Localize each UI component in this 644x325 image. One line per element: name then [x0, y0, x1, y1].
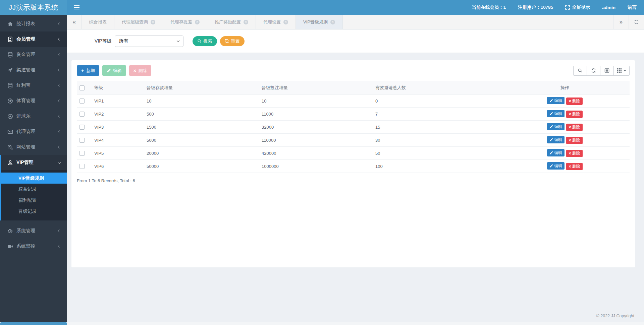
delete-button-disabled[interactable]: × 删除: [129, 65, 151, 76]
vip-level-select[interactable]: 所有: [115, 36, 183, 47]
refresh-tab-button[interactable]: [629, 15, 644, 29]
sidebar-item-bonus-treasure[interactable]: 红利宝: [0, 78, 67, 93]
row-edit-button[interactable]: 编辑: [547, 162, 565, 170]
edit-button-disabled[interactable]: 编辑: [102, 65, 126, 76]
row-checkbox[interactable]: [79, 112, 85, 117]
tab-comprehensive-report[interactable]: 综合报表: [82, 15, 114, 29]
add-button[interactable]: + 新增: [77, 65, 99, 76]
cell-deposit: 20000: [144, 147, 259, 160]
sidebar-subitem-vip-promotion-rules[interactable]: VIP晋级规则: [1, 173, 67, 184]
tab-label: 代理层级查询: [122, 19, 148, 25]
refresh-table-button[interactable]: [587, 66, 600, 76]
sidebar-subitem-promotion-records[interactable]: 晋级记录: [1, 206, 67, 217]
sidebar-item-vip-mgmt[interactable]: VIP管理: [1, 155, 67, 170]
cogs-icon: [7, 144, 13, 150]
row-checkbox[interactable]: [79, 138, 85, 143]
sidebar-item-goal-fun[interactable]: 进球乐: [0, 109, 67, 124]
tab-agent-settings[interactable]: 代理设置 ×: [256, 15, 296, 29]
sidebar-item-sports-mgmt[interactable]: 体育管理: [0, 93, 67, 109]
row-delete-button[interactable]: ×删除: [566, 97, 582, 105]
sidebar-item-stats-report[interactable]: 统计报表: [0, 16, 67, 31]
refresh-icon: [591, 68, 596, 73]
tabbar-controls: »: [613, 15, 644, 29]
sidebar-item-system-mgmt[interactable]: 系统管理: [0, 223, 67, 239]
sidebar-subitem-welfare-config[interactable]: 福利配置: [1, 195, 67, 206]
detail-view-button[interactable]: [600, 66, 614, 76]
edit-icon: [549, 164, 553, 168]
user-menu[interactable]: admin: [602, 5, 615, 10]
row-edit-button[interactable]: 编辑: [547, 123, 565, 130]
close-icon[interactable]: ×: [151, 20, 155, 24]
table-row: VIP1 10 10 0 编辑×删除: [77, 94, 630, 108]
search-button[interactable]: 搜索: [193, 36, 217, 46]
edit-button-label: 编辑: [113, 68, 122, 74]
cell-invites: 0: [373, 94, 500, 108]
close-icon[interactable]: ×: [330, 20, 335, 24]
sidebar-subitem-rights-records[interactable]: 权益记录: [1, 184, 67, 195]
vip-level-label: VIP等级: [95, 38, 112, 44]
row-checkbox[interactable]: [79, 164, 85, 169]
cell-level: VIP4: [92, 134, 144, 147]
close-icon[interactable]: ×: [244, 20, 248, 24]
row-delete-button[interactable]: ×删除: [566, 150, 582, 157]
sidebar-item-label: 网站管理: [16, 144, 35, 150]
cell-level: VIP6: [92, 160, 144, 173]
database-icon: [7, 52, 13, 58]
chevron-left-icon: [58, 53, 61, 56]
tab-vip-promotion-rules[interactable]: VIP晋级规则 ×: [296, 15, 343, 29]
chevron-down-icon: [58, 161, 61, 164]
row-delete-button[interactable]: ×删除: [566, 111, 582, 118]
select-all-checkbox[interactable]: [79, 85, 85, 90]
reset-button-label: 重置: [231, 38, 240, 44]
cell-level: VIP3: [92, 121, 144, 134]
close-icon[interactable]: ×: [283, 20, 288, 24]
table-row: VIP2 500 11000 7 编辑×删除: [77, 108, 630, 121]
sidebar-item-label: 资金管理: [16, 52, 35, 58]
vip-rules-table: 等级 晋级存款增量 晋级投注增量 有效邀请总人数 操作 VIP1 10 10 0: [77, 81, 630, 173]
delete-button-label: 删除: [138, 68, 147, 74]
row-checkbox[interactable]: [79, 99, 85, 104]
tab-agent-level-query[interactable]: 代理层级查询 ×: [114, 15, 163, 29]
topbar-right: 当前在线会员：1 注册用户：10785 全屏显示 admin 语言: [472, 0, 644, 15]
reset-button[interactable]: 重置: [220, 36, 245, 46]
fullscreen-icon: [565, 5, 570, 10]
sidebar-item-agent-mgmt[interactable]: 代理管理: [0, 124, 67, 139]
tab-promo-reward-config[interactable]: 推广奖励配置 ×: [207, 15, 256, 29]
sidebar-item-label: 系统管理: [16, 228, 35, 234]
row-checkbox[interactable]: [79, 125, 85, 130]
database-icon: [7, 83, 13, 88]
tabs-scroll-right-button[interactable]: »: [613, 15, 629, 29]
fullscreen-toggle[interactable]: 全屏显示: [565, 4, 590, 10]
fullscreen-label: 全屏显示: [572, 4, 590, 10]
sidebar-item-system-monitor[interactable]: 系统监控: [0, 239, 67, 254]
tabs-scroll-left-button[interactable]: «: [67, 15, 82, 29]
row-delete-button[interactable]: ×删除: [566, 163, 582, 170]
x-icon: ×: [133, 68, 136, 73]
sidebar-item-funds-mgmt[interactable]: 资金管理: [0, 47, 67, 62]
row-edit-button[interactable]: 编辑: [547, 149, 565, 156]
language-menu[interactable]: 语言: [628, 4, 637, 10]
row-edit-button[interactable]: 编辑: [547, 97, 565, 104]
close-icon[interactable]: ×: [195, 20, 200, 24]
row-delete-button[interactable]: ×删除: [566, 124, 582, 131]
row-delete-button[interactable]: ×删除: [566, 137, 582, 144]
hamburger-menu-icon[interactable]: [67, 0, 86, 15]
filter-panel: VIP等级 所有 搜索 重置: [67, 29, 644, 53]
x-icon: ×: [569, 151, 571, 155]
horizontal-scrollbar[interactable]: [0, 322, 644, 325]
row-edit-button[interactable]: 编辑: [547, 110, 565, 117]
sidebar-item-channel-mgmt[interactable]: 渠道管理: [0, 62, 67, 78]
cell-invites: 30: [373, 134, 500, 147]
chevron-left-icon: [58, 100, 61, 102]
sidebar-item-site-mgmt[interactable]: 网站管理: [0, 139, 67, 155]
scrollbar-thumb[interactable]: [0, 322, 67, 325]
chevron-down-icon: [176, 39, 179, 42]
row-edit-button[interactable]: 编辑: [547, 136, 565, 143]
row-checkbox[interactable]: [79, 151, 85, 156]
sidebar-item-member-mgmt[interactable]: 会员管理: [0, 31, 67, 47]
tab-agent-deposit-diff[interactable]: 代理存提差 ×: [163, 15, 207, 29]
cell-bet: 110000: [259, 134, 373, 147]
search-toggle-button[interactable]: [573, 66, 587, 76]
columns-dropdown-button[interactable]: [613, 66, 630, 76]
edit-icon: [549, 138, 553, 142]
